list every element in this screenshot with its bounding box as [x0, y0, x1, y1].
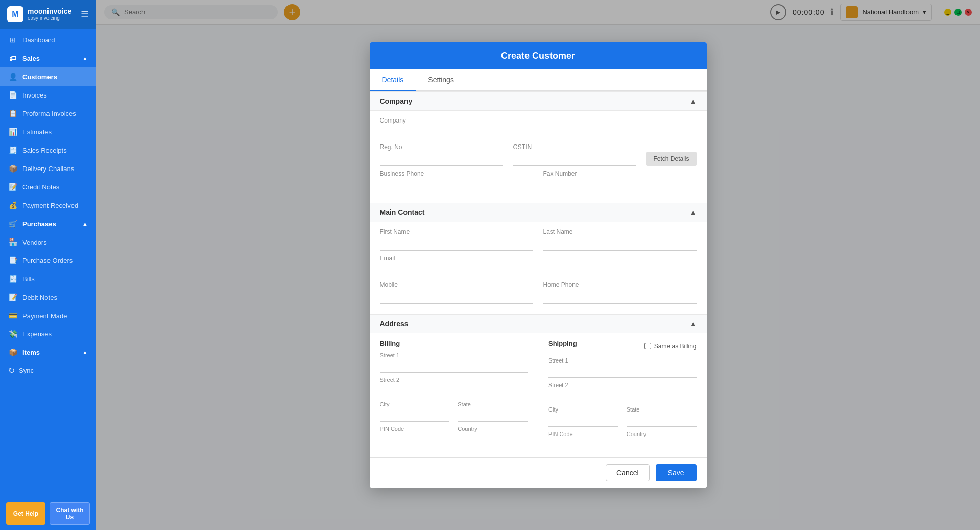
shipping-pin-country-row: PIN Code Country	[548, 431, 697, 451]
sidebar-item-vendors[interactable]: 🏪 Vendors	[0, 233, 96, 251]
chevron-up-icon: ▲	[82, 55, 88, 61]
save-button[interactable]: Save	[656, 464, 697, 481]
sidebar-item-sales[interactable]: 🏷 Sales ▲	[0, 49, 96, 67]
last-name-label: Last Name	[543, 228, 697, 235]
mobile-label: Mobile	[380, 281, 533, 288]
shipping-country-input[interactable]	[627, 438, 697, 451]
billing-street1-field: Street 1	[380, 352, 528, 373]
billing-country-field: Country	[458, 426, 528, 446]
shipping-state-input[interactable]	[627, 414, 697, 427]
billing-state-label: State	[458, 401, 528, 407]
first-name-field: First Name	[380, 228, 533, 251]
sidebar-item-estimates[interactable]: 📊 Estimates	[0, 123, 96, 141]
sidebar-item-label: Vendors	[22, 238, 47, 246]
sidebar-item-payment-received[interactable]: 💰 Payment Received	[0, 196, 96, 214]
hamburger-icon[interactable]: ☰	[81, 9, 89, 20]
shipping-pin-input[interactable]	[548, 438, 618, 451]
billing-pin-field: PIN Code	[380, 426, 450, 446]
billing-pin-input[interactable]	[380, 433, 450, 446]
reg-no-label: Reg. No	[380, 143, 503, 151]
business-phone-input[interactable]	[380, 178, 533, 192]
chat-with-us-button[interactable]: Chat with Us	[50, 502, 90, 525]
shipping-street2-label: Street 2	[548, 382, 697, 388]
shipping-pin-label: PIN Code	[548, 431, 618, 437]
billing-country-input[interactable]	[458, 433, 528, 446]
shipping-street1-row: Street 1	[548, 357, 697, 378]
sidebar-item-payment-made[interactable]: 💳 Payment Made	[0, 306, 96, 325]
sidebar-item-credit-notes[interactable]: 📝 Credit Notes	[0, 178, 96, 196]
fax-number-field: Fax Number	[543, 170, 697, 192]
phone-fax-row: Business Phone Fax Number	[380, 170, 697, 192]
sidebar-item-proforma-invoices[interactable]: 📋 Proforma Invoices	[0, 104, 96, 123]
email-input[interactable]	[380, 263, 697, 277]
shipping-state-label: State	[627, 406, 697, 413]
sidebar-item-purchases[interactable]: 🛒 Purchases ▲	[0, 214, 96, 233]
bills-icon: 🧾	[8, 275, 17, 283]
sidebar-nav: ⊞ Dashboard 🏷 Sales ▲ 👤 Customers 📄 Invo…	[0, 29, 96, 497]
first-name-input[interactable]	[380, 236, 533, 251]
tab-details[interactable]: Details	[370, 69, 416, 91]
billing-city-state-row: City State	[380, 401, 528, 422]
purchases-icon: 🛒	[8, 220, 17, 228]
shipping-city-field: City	[548, 406, 618, 427]
credit-notes-icon: 📝	[8, 183, 17, 191]
fetch-details-button[interactable]: Fetch Details	[646, 152, 696, 166]
phone-row: Mobile Home Phone	[380, 281, 697, 304]
sidebar-item-purchase-orders[interactable]: 📑 Purchase Orders	[0, 251, 96, 270]
sidebar-item-debit-notes[interactable]: 📝 Debit Notes	[0, 288, 96, 306]
same-as-billing-checkbox[interactable]	[644, 343, 651, 349]
billing-state-field: State	[458, 401, 528, 422]
shipping-street1-input[interactable]	[548, 365, 697, 378]
chevron-up-icon: ▲	[82, 349, 88, 355]
fax-number-input[interactable]	[543, 178, 697, 192]
cancel-button[interactable]: Cancel	[606, 464, 650, 481]
shipping-street2-field: Street 2	[548, 382, 697, 402]
sidebar-bottom: Get Help Chat with Us	[0, 497, 96, 530]
tab-settings[interactable]: Settings	[416, 69, 466, 91]
company-section-header[interactable]: Company ▲	[370, 91, 707, 111]
home-phone-input[interactable]	[543, 290, 697, 304]
gstin-input[interactable]	[513, 152, 636, 166]
sidebar-item-invoices[interactable]: 📄 Invoices	[0, 86, 96, 104]
mobile-input[interactable]	[380, 290, 533, 304]
billing-address-col: Billing Street 1 Street 2	[370, 333, 539, 457]
reg-gstin-row: Reg. No GSTIN Fetch Details	[380, 143, 697, 166]
billing-city-input[interactable]	[380, 408, 450, 422]
reg-no-input[interactable]	[380, 152, 503, 166]
sidebar-item-bills[interactable]: 🧾 Bills	[0, 270, 96, 288]
billing-state-input[interactable]	[458, 408, 528, 422]
same-as-billing-row: Same as Billing	[644, 343, 697, 350]
address-section-header[interactable]: Address ▲	[370, 314, 707, 333]
shipping-city-input[interactable]	[548, 414, 618, 427]
sidebar-item-customers[interactable]: 👤 Customers	[0, 67, 96, 86]
shipping-street2-input[interactable]	[548, 389, 697, 402]
sales-receipts-icon: 🧾	[8, 146, 17, 154]
proforma-icon: 📋	[8, 109, 17, 117]
invoices-icon: 📄	[8, 91, 17, 99]
last-name-input[interactable]	[543, 236, 697, 251]
sidebar-item-items[interactable]: 📦 Items ▲	[0, 343, 96, 362]
sidebar-item-label: Estimates	[22, 128, 52, 136]
sidebar-item-sales-receipts[interactable]: 🧾 Sales Receipts	[0, 141, 96, 159]
sidebar-item-label: Payment Received	[22, 202, 78, 209]
sidebar-item-label: Payment Made	[22, 312, 67, 320]
content-area: Create Customer Details Settings Company…	[96, 25, 980, 530]
sidebar-item-expenses[interactable]: 💸 Expenses	[0, 325, 96, 343]
company-input[interactable]	[380, 125, 697, 139]
chevron-up-icon: ▲	[690, 98, 697, 105]
get-help-button[interactable]: Get Help	[6, 502, 45, 525]
sidebar-item-delivery-challans[interactable]: 📦 Delivery Challans	[0, 159, 96, 178]
create-customer-modal: Create Customer Details Settings Company…	[370, 42, 707, 488]
email-label: Email	[380, 255, 697, 262]
sidebar-item-label: Credit Notes	[22, 183, 59, 191]
billing-street1-input[interactable]	[380, 359, 528, 373]
app-logo-icon: M	[7, 6, 23, 22]
sidebar-item-sync[interactable]: ↻ Sync	[0, 362, 96, 379]
sidebar-item-dashboard[interactable]: ⊞ Dashboard	[0, 31, 96, 49]
expenses-icon: 💸	[8, 330, 17, 338]
main-contact-section-header[interactable]: Main Contact ▲	[370, 203, 707, 222]
billing-pin-country-row: PIN Code Country	[380, 426, 528, 446]
dashboard-icon: ⊞	[8, 36, 17, 44]
billing-street2-input[interactable]	[380, 384, 528, 397]
sidebar-logo: M mooninvoice easy invoicing ☰	[0, 0, 96, 29]
